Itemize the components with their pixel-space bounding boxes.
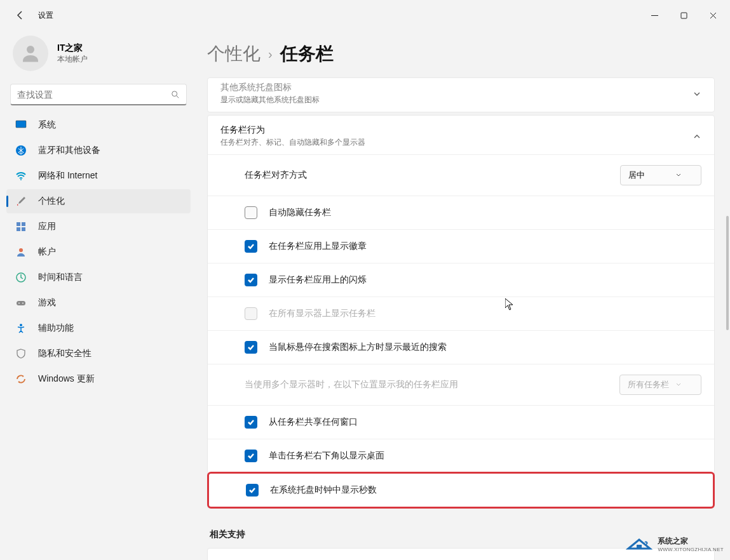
taskbar-behavior-card: 任务栏行为 任务栏对齐、标记、自动隐藏和多个显示器 任务栏对齐方式 居中 自动隐… [207, 115, 715, 509]
back-button[interactable] [10, 5, 30, 25]
card-subtitle: 显示或隐藏其他系统托盘图标 [220, 95, 693, 105]
sidebar-item-network[interactable]: 网络和 Internet [6, 164, 191, 188]
sidebar-item-label: 系统 [38, 119, 56, 131]
watermark-url: WWW.XITONGZHIJIA.NET [658, 547, 724, 552]
badges-label: 在任务栏应用上显示徽章 [269, 241, 701, 252]
content-area: 个性化 › 任务栏 其他系统托盘图标 显示或隐藏其他系统托盘图标 任务栏行为 任… [197, 30, 730, 560]
sidebar-item-label: 网络和 Internet [38, 170, 97, 182]
sidebar-item-label: 蓝牙和其他设备 [38, 145, 100, 156]
sidebar-item-label: 隐私和安全性 [38, 348, 91, 359]
showdesktop-row[interactable]: 单击任务栏右下角以显示桌面 [208, 439, 714, 472]
sidebar-item-bluetooth[interactable]: 蓝牙和其他设备 [6, 138, 191, 163]
card-title: 其他系统托盘图标 [220, 82, 693, 93]
svg-rect-0 [681, 13, 687, 18]
alignment-label: 任务栏对齐方式 [245, 170, 620, 181]
svg-point-14 [18, 303, 20, 304]
share-row[interactable]: 从任务栏共享任何窗口 [208, 405, 714, 439]
close-button[interactable] [698, 5, 727, 25]
taskbar-behavior-header[interactable]: 任务栏行为 任务栏对齐、标记、自动隐藏和多个显示器 [208, 116, 714, 154]
user-name: IT之家 [57, 43, 88, 54]
breadcrumb: 个性化 › 任务栏 [207, 30, 715, 77]
multimon-label: 当使用多个显示器时，在以下位置显示我的任务栏应用 [245, 379, 619, 390]
alignment-row: 任务栏对齐方式 居中 [208, 154, 714, 196]
sidebar-item-accounts[interactable]: 帐户 [6, 240, 191, 264]
sidebar-item-personalization[interactable]: 个性化 [6, 189, 191, 213]
chevron-down-icon [675, 382, 682, 388]
shield-icon [15, 348, 27, 359]
share-checkbox[interactable] [245, 416, 257, 429]
sidebar-item-label: 时间和语言 [38, 272, 83, 283]
svg-point-16 [20, 324, 22, 326]
sidebar: IT之家 本地帐户 系统 蓝牙和其他设备 网络和 Internet [0, 30, 197, 560]
sidebar-item-accessibility[interactable]: 辅助功能 [6, 316, 191, 340]
seconds-row[interactable]: 在系统托盘时钟中显示秒数 [207, 472, 715, 509]
badges-row[interactable]: 在任务栏应用上显示徽章 [208, 229, 714, 263]
app-title: 设置 [38, 10, 53, 21]
watermark: 系统之家 WWW.XITONGZHIJIA.NET [626, 535, 724, 554]
apps-icon [15, 221, 27, 232]
flashing-label: 显示任务栏应用上的闪烁 [269, 274, 701, 286]
autohide-checkbox[interactable] [245, 206, 257, 219]
svg-point-11 [19, 248, 23, 252]
recentsearch-label: 当鼠标悬停在搜索图标上方时显示最近的搜索 [269, 342, 701, 353]
sidebar-item-privacy[interactable]: 隐私和安全性 [6, 342, 191, 366]
user-account-type: 本地帐户 [57, 54, 88, 65]
user-section[interactable]: IT之家 本地帐户 [5, 30, 192, 84]
bluetooth-icon [15, 145, 27, 156]
svg-rect-19 [637, 545, 642, 549]
globe-clock-icon [15, 272, 27, 283]
svg-rect-3 [16, 121, 26, 128]
showdesktop-checkbox[interactable] [245, 450, 257, 462]
chevron-right-icon: › [268, 47, 273, 62]
other-tray-icons-card[interactable]: 其他系统托盘图标 显示或隐藏其他系统托盘图标 [207, 77, 715, 112]
sidebar-item-label: 游戏 [38, 297, 56, 309]
sidebar-item-apps[interactable]: 应用 [6, 215, 191, 239]
showdesktop-label: 单击任务栏右下角以显示桌面 [269, 450, 701, 462]
search-box[interactable] [10, 84, 187, 105]
svg-rect-13 [17, 301, 25, 305]
svg-point-6 [20, 179, 22, 180]
cursor-icon [505, 298, 515, 311]
badges-checkbox[interactable] [245, 240, 257, 253]
minimize-button[interactable] [640, 5, 669, 25]
wifi-icon [15, 170, 27, 182]
scrollbar[interactable] [726, 216, 729, 330]
chevron-down-icon [675, 172, 682, 178]
sidebar-item-label: 应用 [38, 221, 56, 232]
card-subtitle: 任务栏对齐、标记、自动隐藏和多个显示器 [220, 137, 693, 148]
sidebar-item-label: 帐户 [38, 246, 56, 258]
chevron-down-icon [693, 90, 701, 98]
flashing-checkbox[interactable] [245, 274, 257, 286]
sidebar-item-system[interactable]: 系统 [6, 113, 191, 137]
update-icon [15, 373, 27, 385]
svg-point-2 [172, 91, 177, 96]
maximize-button[interactable] [669, 5, 698, 25]
share-label: 从任务栏共享任何窗口 [269, 417, 701, 428]
watermark-logo-icon [626, 535, 652, 554]
breadcrumb-parent[interactable]: 个性化 [207, 42, 260, 66]
sidebar-item-windows-update[interactable]: Windows 更新 [6, 367, 191, 391]
allmonitors-checkbox [245, 307, 257, 320]
search-input[interactable] [17, 90, 171, 100]
person-icon [15, 246, 27, 258]
svg-point-15 [22, 303, 24, 304]
sidebar-item-label: Windows 更新 [38, 373, 95, 385]
sidebar-item-label: 辅助功能 [38, 323, 74, 334]
svg-rect-10 [22, 227, 25, 231]
recentsearch-checkbox[interactable] [245, 341, 257, 354]
watermark-name: 系统之家 [658, 536, 724, 547]
svg-point-1 [27, 46, 34, 53]
recentsearch-row[interactable]: 当鼠标悬停在搜索图标上方时显示最近的搜索 [208, 330, 714, 364]
sidebar-item-gaming[interactable]: 游戏 [6, 291, 191, 315]
svg-rect-9 [17, 227, 20, 231]
sidebar-item-time-language[interactable]: 时间和语言 [6, 265, 191, 290]
accessibility-icon [15, 323, 27, 334]
autohide-row[interactable]: 自动隐藏任务栏 [208, 196, 714, 229]
page-title: 任务栏 [280, 42, 334, 66]
sidebar-item-label: 个性化 [38, 196, 65, 207]
display-icon [15, 119, 27, 131]
alignment-select[interactable]: 居中 [620, 165, 701, 185]
flashing-row[interactable]: 显示任务栏应用上的闪烁 [208, 263, 714, 297]
seconds-checkbox[interactable] [246, 484, 259, 497]
avatar [13, 36, 48, 71]
